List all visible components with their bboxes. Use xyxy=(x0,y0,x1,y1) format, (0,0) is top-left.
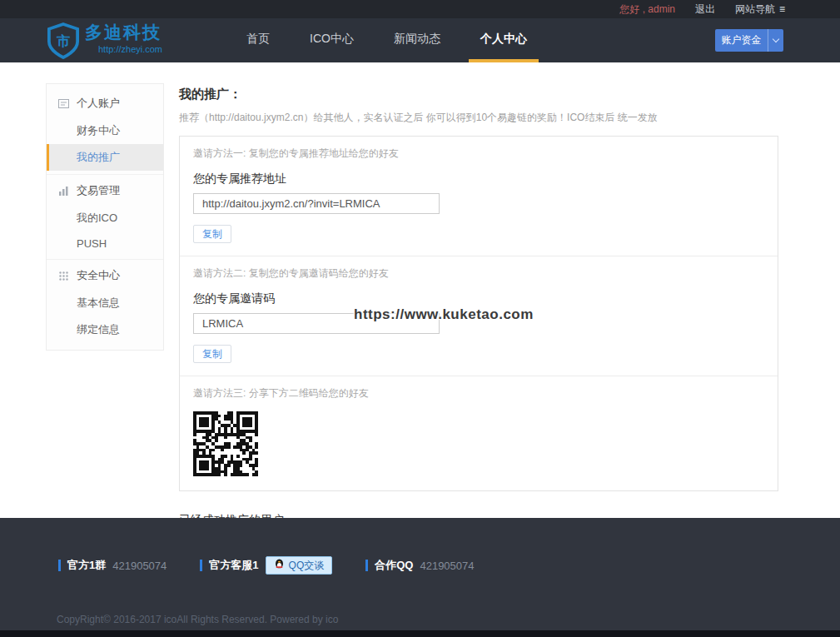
site-nav-label: 网站导航 xyxy=(735,2,775,17)
sidebar-item-my-promotion[interactable]: 我的推广 xyxy=(47,144,163,171)
invite-code-label: 您的专属邀请码 xyxy=(193,291,764,306)
logo[interactable]: 市 多迪科技 http://zheyi.com xyxy=(47,22,162,62)
qr-code xyxy=(193,411,260,478)
sidebar-item-my-ico[interactable]: 我的ICO xyxy=(47,205,163,231)
sidebar-item-binding-info[interactable]: 绑定信息 xyxy=(47,316,163,343)
copyright: CopyRight© 2016-2017 icoAll Rights Reser… xyxy=(57,614,338,625)
topbar: 您好 , admin 退出 网站导航 ≡ xyxy=(0,0,840,18)
invite-method-3: 邀请方法三: 分享下方二维码给您的好友 xyxy=(180,376,778,490)
account-dropdown-toggle[interactable] xyxy=(768,39,783,42)
sidebar-group-trade-management: 交易管理 我的ICO PUSH xyxy=(47,174,163,259)
logo-name: 多迪科技 xyxy=(85,22,162,43)
account-funds-label: 账户资金 xyxy=(715,33,768,47)
sidebar-item-finance-center[interactable]: 财务中心 xyxy=(47,117,163,144)
blue-bar xyxy=(200,560,202,571)
site-nav-link[interactable]: 网站导航 ≡ xyxy=(735,2,785,17)
page-title: 我的推广： xyxy=(179,87,778,102)
main-panel: 我的推广： 推荐（http://daitou.jxym2.cn）给其他人，实名认… xyxy=(179,83,778,518)
logo-symbol: 市 xyxy=(56,33,70,48)
menu-icon: ≡ xyxy=(779,3,785,15)
id-card-icon xyxy=(58,98,69,109)
blue-bar xyxy=(365,560,368,571)
sidebar-group-title: 交易管理 xyxy=(47,177,163,205)
contact-label: 官方1群 xyxy=(67,558,106,573)
invite-code-input[interactable] xyxy=(193,313,440,334)
nav-item-ico-center[interactable]: ICO中心 xyxy=(298,18,365,62)
nav-item-personal-center[interactable]: 个人中心 xyxy=(469,18,539,62)
sidebar-group-label: 个人账户 xyxy=(77,96,120,111)
referral-link-label: 您的专属推荐地址 xyxy=(193,172,764,187)
contact-label: 合作QQ xyxy=(375,558,413,573)
contact-official-group: 官方1群 421905074 xyxy=(58,558,167,573)
sidebar-group-title: 安全中心 xyxy=(47,261,163,290)
qq-chat-button[interactable]: QQ交谈 xyxy=(266,556,333,575)
nav-item-news[interactable]: 新闻动态 xyxy=(382,18,452,62)
invite-method-1: 邀请方法一: 复制您的专属推荐地址给您的好友 您的专属推荐地址 复制 xyxy=(180,137,778,256)
invite-methods-box: 邀请方法一: 复制您的专属推荐地址给您的好友 您的专属推荐地址 复制 邀请方法二… xyxy=(179,136,778,491)
copy-code-button[interactable]: 复制 xyxy=(193,345,231,363)
chevron-down-icon xyxy=(773,36,779,42)
qq-chat-label: QQ交谈 xyxy=(289,559,325,573)
contact-value: 421905074 xyxy=(420,560,474,572)
logout-link[interactable]: 退出 xyxy=(695,2,715,17)
method-1-hint: 邀请方法一: 复制您的专属推荐地址给您的好友 xyxy=(193,147,764,161)
sidebar-group-label: 安全中心 xyxy=(77,268,120,283)
contact-label: 官方客服1 xyxy=(209,558,258,573)
grid-icon xyxy=(58,271,69,281)
sidebar-group-label: 交易管理 xyxy=(77,183,120,198)
account-funds-button[interactable]: 账户资金 xyxy=(715,29,783,52)
copy-link-button[interactable]: 复制 xyxy=(193,225,231,243)
sidebar-group-personal-account: 个人账户 财务中心 我的推广 xyxy=(47,87,163,174)
main-nav: 首页 ICO中心 新闻动态 个人中心 xyxy=(235,18,555,62)
qq-penguin-icon xyxy=(274,559,285,573)
sidebar-item-push[interactable]: PUSH xyxy=(47,231,163,256)
sidebar-group-title: 个人账户 xyxy=(47,89,163,117)
contact-customer-service: 官方客服1 QQ交谈 xyxy=(200,556,332,575)
logo-url: http://zheyi.com xyxy=(85,44,162,54)
chart-icon xyxy=(58,186,69,197)
page: 您好 , admin 退出 网站导航 ≡ 市 多迪科技 http://zheyi… xyxy=(0,0,840,637)
sidebar-item-basic-info[interactable]: 基本信息 xyxy=(47,290,163,316)
nav-item-home[interactable]: 首页 xyxy=(235,18,281,62)
content: 个人账户 财务中心 我的推广 交易管理 我的ICO PUSH xyxy=(0,62,840,518)
referral-link-input[interactable] xyxy=(193,193,440,214)
footer-contacts: 官方1群 421905074 官方客服1 QQ交谈 合作QQ 421905074 xyxy=(58,556,840,575)
logo-shield-icon: 市 xyxy=(47,22,79,62)
method-2-hint: 邀请方法二: 复制您的专属邀请码给您的好友 xyxy=(193,266,764,281)
user-greeting: 您好 , admin xyxy=(619,2,675,17)
sidebar-group-security-center: 安全中心 基本信息 绑定信息 xyxy=(47,259,163,346)
footer: 官方1群 421905074 官方客服1 QQ交谈 合作QQ 421905074… xyxy=(0,518,840,630)
promotion-description: 推荐（http://daitou.jxym2.cn）给其他人，实名认证之后 你可… xyxy=(179,111,778,125)
bottom-strip xyxy=(0,630,840,637)
contact-value: 421905074 xyxy=(112,560,167,572)
contact-cooperation-qq: 合作QQ 421905074 xyxy=(365,558,474,573)
method-3-hint: 邀请方法三: 分享下方二维码给您的好友 xyxy=(193,386,764,401)
invite-method-2: 邀请方法二: 复制您的专属邀请码给您的好友 您的专属邀请码 复制 xyxy=(180,256,778,376)
blue-bar xyxy=(58,560,61,571)
sidebar: 个人账户 财务中心 我的推广 交易管理 我的ICO PUSH xyxy=(46,83,164,351)
header: 市 多迪科技 http://zheyi.com 首页 ICO中心 新闻动态 个人… xyxy=(0,18,840,62)
